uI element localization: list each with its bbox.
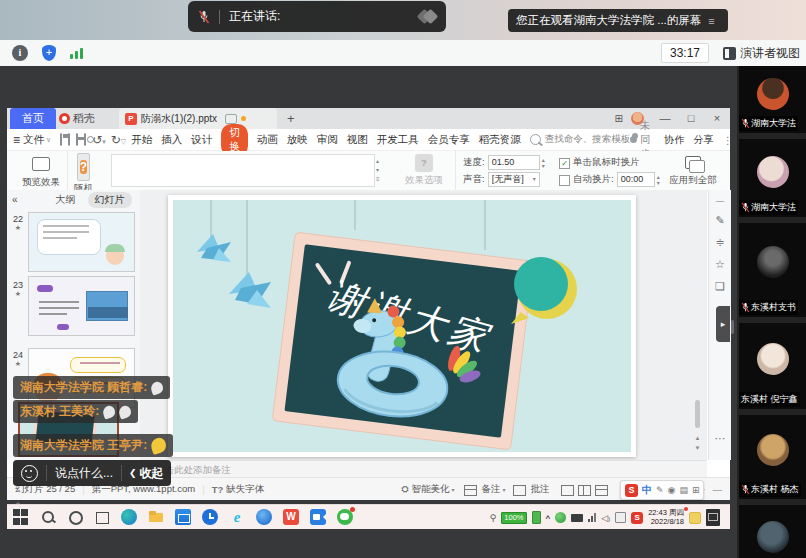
- speed-input[interactable]: 01.50: [488, 155, 540, 170]
- reading-view-icon[interactable]: [595, 485, 608, 496]
- ie-browser-icon[interactable]: e: [229, 509, 245, 525]
- more-menu-icon[interactable]: ⋮: [722, 134, 733, 146]
- menu-item-docer-res[interactable]: 稻壳资源: [479, 133, 521, 147]
- collapse-chat-button[interactable]: ❮ 收起: [129, 465, 164, 482]
- prev-slide-arrow-icon[interactable]: ▲: [694, 435, 701, 441]
- effects-star-icon[interactable]: ☆: [709, 258, 731, 271]
- cortana-icon[interactable]: [67, 509, 83, 525]
- taskbar-search-icon[interactable]: [40, 509, 56, 525]
- advance-auto[interactable]: 自动换片: 00:00 ▴▾: [559, 172, 660, 187]
- wechat-icon[interactable]: [337, 509, 353, 525]
- normal-view-icon[interactable]: [561, 485, 574, 496]
- banner-menu-icon[interactable]: ≡: [708, 15, 714, 27]
- notification-center-icon[interactable]: [689, 512, 701, 524]
- soft-keyboard-icon[interactable]: ▤: [679, 485, 688, 495]
- comment-bubble-icon[interactable]: [225, 114, 237, 124]
- start-button[interactable]: [13, 509, 29, 525]
- ime-lang-indicator[interactable]: 中: [642, 483, 652, 497]
- voice-input-icon[interactable]: ◉: [668, 485, 676, 495]
- mail-app-icon[interactable]: [175, 509, 191, 525]
- preview-effect-button[interactable]: 预览效果: [17, 154, 65, 189]
- more-tools-icon[interactable]: ⋯: [709, 432, 731, 445]
- notes-bar[interactable]: 单击此处添加备注: [140, 460, 707, 478]
- notes-button[interactable]: 备注▾: [464, 483, 505, 496]
- emoji-smiley-icon[interactable]: [21, 465, 38, 482]
- settings-sliders-icon[interactable]: ≑: [709, 236, 731, 249]
- browser-2345-icon[interactable]: [256, 509, 272, 525]
- share-button[interactable]: 分享: [693, 133, 713, 147]
- tab-outline[interactable]: 大纲: [56, 193, 76, 207]
- meeting-app-icon[interactable]: [310, 509, 326, 525]
- menu-item-member[interactable]: 会员专享: [428, 133, 470, 147]
- wps-app-icon[interactable]: W: [283, 509, 299, 525]
- close-button[interactable]: ×: [704, 108, 730, 129]
- show-desktop-button[interactable]: [706, 509, 720, 526]
- menu-item-animation[interactable]: 动画: [257, 133, 278, 147]
- print-preview-icon[interactable]: [84, 133, 86, 146]
- missing-font-label[interactable]: 缺失字体: [226, 483, 264, 496]
- menu-item-review[interactable]: 审阅: [317, 133, 338, 147]
- sorter-view-icon[interactable]: [578, 485, 591, 496]
- file-menu[interactable]: ≡文件∨: [13, 133, 51, 147]
- system-clock[interactable]: 22:43 周四2022/8/18: [648, 509, 684, 526]
- undo-icon[interactable]: ↺▾: [92, 133, 106, 147]
- new-tab-button[interactable]: +: [287, 108, 295, 129]
- sidebar-scrollbar[interactable]: [731, 320, 734, 334]
- export-icon[interactable]: [68, 133, 70, 146]
- participant-tile[interactable]: 湖南大学法: [739, 66, 806, 133]
- language-flag-icon[interactable]: [615, 512, 626, 523]
- gallery-scroll-buttons[interactable]: ▴▾≡: [376, 155, 380, 185]
- ime-toolbox-icon[interactable]: ⊞: [692, 485, 700, 495]
- participant-tile[interactable]: 东溪村支书: [739, 223, 806, 317]
- edge-browser-icon[interactable]: [121, 509, 137, 525]
- participant-tile[interactable]: 东溪村 杨杰: [739, 415, 806, 499]
- auto-advance-time[interactable]: 00:00: [617, 172, 655, 187]
- menu-item-slideshow[interactable]: 放映: [287, 133, 308, 147]
- volume-icon[interactable]: ◁): [601, 513, 610, 523]
- print-icon[interactable]: [76, 133, 78, 146]
- battery-icon[interactable]: [532, 511, 541, 524]
- menu-item-insert[interactable]: 插入: [161, 133, 182, 147]
- restore-button[interactable]: □: [678, 108, 704, 129]
- sogou-logo-icon[interactable]: S: [625, 484, 638, 497]
- tray-app-icon[interactable]: [571, 514, 583, 522]
- scrollbar-thumb[interactable]: [695, 400, 700, 428]
- presenter-view-button[interactable]: 演讲者视图: [723, 45, 800, 62]
- slide-thumbnail-23[interactable]: [28, 276, 135, 336]
- comments-button[interactable]: 批注: [513, 483, 549, 496]
- tab-home[interactable]: 首页: [10, 108, 56, 129]
- next-slide-arrow-icon[interactable]: ▼: [694, 445, 701, 451]
- info-icon[interactable]: i: [12, 45, 28, 61]
- menu-item-view[interactable]: 视图: [347, 133, 368, 147]
- sound-select[interactable]: [无声音]▾: [488, 172, 540, 187]
- panel-collapse-dash-icon[interactable]: —: [709, 196, 731, 205]
- command-search[interactable]: 查找命令、搜索模板: [530, 133, 631, 146]
- task-view-icon[interactable]: [94, 509, 110, 525]
- style-brush-icon[interactable]: ✎: [709, 214, 731, 227]
- zoom-out-icon[interactable]: —: [713, 484, 723, 495]
- layout-grid-icon[interactable]: ⊞: [615, 113, 623, 124]
- redo-icon[interactable]: ↻▽: [111, 133, 126, 147]
- current-slide[interactable]: 谢谢大家: [168, 195, 636, 457]
- tray-expand-icon[interactable]: ˄: [546, 513, 551, 522]
- menu-item-design[interactable]: 设计: [191, 133, 212, 147]
- speed-stepper[interactable]: ▴▾: [542, 157, 545, 169]
- panel-expand-tab[interactable]: ▸: [716, 306, 730, 342]
- tab-docer[interactable]: 稻壳: [59, 108, 95, 129]
- panel-collapse-button[interactable]: «: [12, 194, 18, 205]
- wifi-icon[interactable]: [588, 513, 596, 522]
- canvas-scrollbar[interactable]: ▲ ▼: [694, 197, 701, 452]
- network-signal-icon[interactable]: [70, 47, 85, 59]
- auto-advance-stepper[interactable]: ▴▾: [657, 174, 660, 186]
- menu-item-devtools[interactable]: 开发工具: [377, 133, 419, 147]
- smart-beautify-button[interactable]: ⛭ 智能美化 ▾: [401, 483, 454, 496]
- safe360-icon[interactable]: [555, 512, 566, 523]
- slide-thumbnail-22[interactable]: [28, 212, 135, 272]
- advance-on-click[interactable]: ✓ 单击鼠标时换片: [559, 156, 640, 169]
- transition-random[interactable]: ? 随机: [74, 153, 93, 195]
- chat-input-bar[interactable]: 说点什么... ❮ 收起: [13, 460, 171, 486]
- sogou-tray-icon[interactable]: S: [631, 512, 643, 524]
- participant-tile[interactable]: [739, 505, 806, 558]
- save-icon[interactable]: [60, 133, 62, 146]
- participant-tile[interactable]: 湖南大学法: [739, 139, 806, 217]
